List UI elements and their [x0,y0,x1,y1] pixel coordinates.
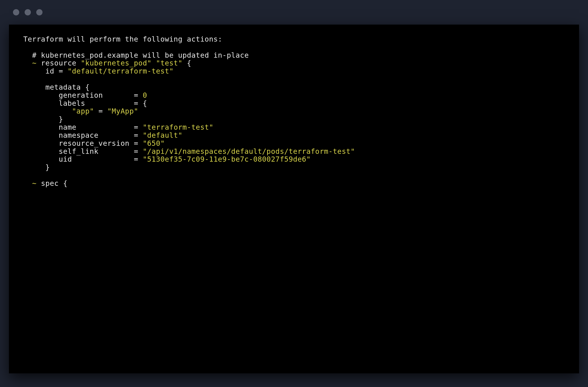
window-close-icon[interactable] [13,9,19,16]
self-link-key: self_link [59,147,98,155]
plan-header: Terraform will perform the following act… [23,35,222,43]
generation-value: 0 [143,91,147,99]
terminal-window: Terraform will perform the following act… [0,0,588,373]
window-titlebar [0,0,588,25]
resource-type: "kubernetes_pod" [81,59,151,67]
resource-name: "test" [156,59,183,67]
resource-version-value: "650" [143,139,165,148]
change-marker: ~ [32,179,37,188]
resource-version-key: resource_version [59,139,129,148]
name-key: name [59,123,76,132]
self-link-value: "/api/v1/namespaces/default/pods/terrafo… [143,147,355,155]
resource-comment: # kubernetes_pod.example will be updated… [32,51,249,59]
id-value: "default/terraform-test" [68,67,174,75]
terminal-output: Terraform will perform the following act… [9,25,579,373]
labels-key: labels [59,99,85,108]
metadata-block-close: } [45,163,50,172]
namespace-key: namespace [59,131,98,139]
change-marker: ~ [32,59,37,67]
spec-block-open: spec { [37,179,67,188]
uid-value: "5130ef35-7c09-11e9-be7c-080027f59de6" [143,155,311,163]
namespace-value: "default" [143,131,183,139]
label-app-key: "app" [72,107,94,115]
window-maximize-icon[interactable] [36,9,42,16]
window-minimize-icon[interactable] [25,9,31,16]
generation-key: generation [59,91,103,99]
name-value: "terraform-test" [143,123,213,132]
metadata-block-open: metadata { [45,83,90,91]
id-key: id [45,67,54,75]
label-app-value: "MyApp" [107,107,138,115]
resource-keyword: resource [37,59,81,67]
uid-key: uid [59,155,72,163]
